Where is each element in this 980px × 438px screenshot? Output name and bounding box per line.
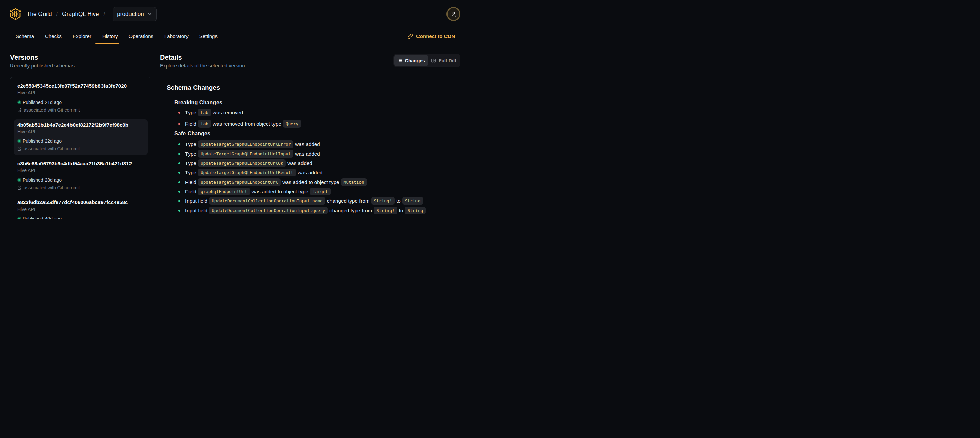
changes-view-button[interactable]: Changes [394,55,428,67]
versions-subtitle: Recently published schemas. [10,62,151,69]
user-avatar[interactable] [447,7,460,21]
external-link-icon [17,186,22,190]
target-selector-dropdown[interactable]: production [113,7,156,21]
safe-change-item: FieldgraphqlEndpointUrlwas added to obje… [174,188,460,195]
tab-operations[interactable]: Operations [123,33,159,44]
versions-panel: Versions Recently published schemas. e2e… [10,53,151,219]
code-badge: Mutation [341,178,367,186]
safe-changes-title: Safe Changes [174,130,460,137]
safe-change-item: Input fieldUpdateDocumentCollectionOpera… [174,197,460,205]
target-selector-value: production [117,11,144,18]
connect-to-cdn-button[interactable]: Connect to CDN [408,33,455,44]
change-text: was added [298,170,322,175]
version-git-row[interactable]: associated with Git commit [17,145,144,153]
view-mode-toggle: Changes Full Diff [393,54,460,67]
code-badge: String [405,207,426,214]
breadcrumb-org[interactable]: The Guild [27,11,52,18]
change-text: changed type from [327,198,370,204]
breaking-change-item: TypeLabwas removed [174,109,460,116]
change-text: Input field [185,198,207,204]
breaking-change-item: Fieldlabwas removed from object typeQuer… [174,120,460,127]
code-badge: String [402,197,423,205]
details-header: Details Explore details of the selected … [160,53,460,69]
published-status-dot [17,139,21,143]
published-status-text: Published 28d ago [22,177,62,183]
safe-changes-group: Safe Changes TypeUpdateTargetGraphQLEndp… [167,130,460,214]
change-text: was added [295,142,320,147]
change-text: Type [185,160,196,166]
change-text: Input field [185,207,207,213]
top-navigation-bar: The Guild / GraphQL Hive / production [0,0,490,28]
version-service-name: Hive API [17,89,144,96]
change-text: was added [287,160,312,166]
version-service-name: Hive API [17,167,144,174]
project-tabs: Schema Checks Explorer History Operation… [0,28,490,44]
safe-change-item: TypeUpdateTargetGraphQLEndpointUrlResult… [174,169,460,177]
safe-change-item: Input fieldUpdateDocumentCollectionOpera… [174,207,460,214]
code-badge: String! [374,207,397,214]
tab-checks[interactable]: Checks [40,33,67,44]
details-panel: Details Explore details of the selected … [160,53,460,219]
version-status-row: Published 40d ago [17,215,144,219]
version-git-row[interactable]: associated with Git commit [17,184,144,191]
version-commit-hash: e2e55045345ce13fe07f52a77459b83fa3fe7020 [17,83,144,89]
graphql-hive-logo-icon[interactable] [10,8,21,20]
details-subtitle: Explore details of the selected version [160,62,245,69]
change-text: Type [185,142,196,147]
tab-explorer[interactable]: Explorer [67,33,97,44]
safe-changes-list: TypeUpdateTargetGraphQLEndpointUrlErrorw… [174,140,460,214]
code-badge: graphqlEndpointUrl [198,188,250,195]
full-diff-view-button[interactable]: Full Diff [428,55,459,67]
version-commit-hash: a823f6db2a55df877dcf406006abca97fcc4858c [17,199,144,206]
change-text: Type [185,110,196,115]
columns-icon [431,58,436,63]
tab-laboratory[interactable]: Laboratory [159,33,194,44]
breaking-changes-list: TypeLabwas removed Fieldlabwas removed f… [174,109,460,127]
version-commit-hash: c8b6e88a06793b9c4dfd54aaa21b36a1b421d812 [17,160,144,167]
code-badge: UpdateDocumentCollectionOperationInput.n… [209,197,325,205]
version-list-item[interactable]: e2e55045345ce13fe07f52a77459b83fa3fe7020… [14,81,148,116]
git-commit-link-text: associated with Git commit [24,107,80,113]
git-commit-link-text: associated with Git commit [24,185,80,190]
change-text: Type [185,151,196,156]
schema-changes-section: Schema Changes Breaking Changes TypeLabw… [167,84,460,214]
chevron-down-icon [147,12,152,16]
change-text: Field [185,121,196,127]
tab-history[interactable]: History [97,33,123,44]
external-link-icon [17,108,22,112]
connect-to-cdn-label: Connect to CDN [416,33,455,39]
published-status-dot [17,100,21,104]
safe-change-item: TypeUpdateTargetGraphQLEndpointUrlErrorw… [174,140,460,148]
version-list-item[interactable]: a823f6db2a55df877dcf406006abca97fcc4858c… [14,197,148,219]
code-badge: UpdateDocumentCollectionOperationInput.q… [209,207,328,214]
version-list-item[interactable]: 4b05ab51b1b4a7e2e4b0ef82172f2b9f7ef98c0b… [14,119,148,155]
link-icon [408,34,413,39]
change-text: was removed [213,110,243,115]
breaking-changes-group: Breaking Changes TypeLabwas removed Fiel… [167,99,460,127]
changes-view-label: Changes [405,58,425,64]
version-status-row: Published 22d ago [17,137,144,145]
tab-schema[interactable]: Schema [10,33,40,44]
change-text: to [396,198,401,204]
change-text: was added [295,151,320,156]
change-text: to [399,207,403,213]
published-status-dot [17,217,21,219]
code-badge: UpdateTargetGraphQLEndpointUrlResult [198,169,296,177]
change-text: was removed from object type [213,121,281,127]
code-badge: Lab [198,109,211,116]
code-badge: updateTargetGraphQLEndpointUrl [198,178,281,186]
breadcrumb: The Guild / GraphQL Hive / [27,11,109,18]
version-list-item[interactable]: c8b6e88a06793b9c4dfd54aaa21b36a1b421d812… [14,158,148,194]
tab-settings[interactable]: Settings [194,33,223,44]
change-text: changed type from [329,207,372,213]
published-status-text: Published 22d ago [22,139,62,144]
safe-change-item: FieldupdateTargetGraphQLEndpointUrlwas a… [174,178,460,186]
version-git-row[interactable]: associated with Git commit [17,106,144,114]
published-status-dot [17,178,21,182]
breadcrumb-separator: / [103,11,105,18]
change-text: was added to object type [251,189,308,194]
change-text: Type [185,170,196,175]
version-service-name: Hive API [17,128,144,135]
version-status-row: Published 21d ago [17,99,144,106]
breadcrumb-project[interactable]: GraphQL Hive [62,11,99,18]
